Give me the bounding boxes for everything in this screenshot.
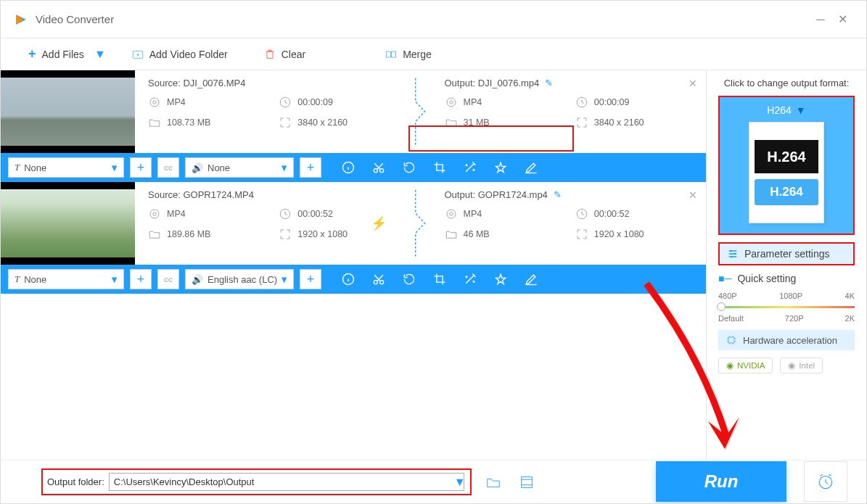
hw-accel-label: Hardware acceleration — [743, 335, 837, 346]
run-button[interactable]: Run — [656, 461, 786, 502]
gpu-row: ◉NVIDIA ◉Intel — [718, 358, 855, 373]
parameter-settings-button[interactable]: Parameter settings — [718, 242, 855, 265]
video-thumbnail[interactable] — [1, 70, 135, 153]
out-resolution: 3840 x 2160 — [575, 116, 693, 129]
add-audio-button[interactable]: + — [300, 157, 321, 178]
parameter-settings-label: Parameter settings — [744, 248, 830, 260]
format-badge-bottom: H.264 — [755, 179, 818, 205]
cc-button[interactable]: cc — [157, 157, 179, 178]
svg-point-3 — [150, 98, 159, 107]
info-button[interactable] — [336, 155, 361, 180]
svg-point-10 — [374, 169, 377, 173]
schedule-button[interactable] — [804, 461, 847, 502]
svg-rect-1 — [386, 51, 390, 57]
effect-button[interactable] — [458, 267, 482, 292]
output-info: Output: DJI_0076.mp4✎MP400:00:0931 MB384… — [432, 70, 707, 153]
clear-button[interactable]: Clear — [258, 46, 311, 63]
svg-point-14 — [150, 210, 159, 218]
audio-track-select[interactable]: 🔊None▼ — [185, 157, 294, 178]
film-strip-button[interactable] — [515, 471, 538, 494]
chevron-down-icon: ▼ — [796, 104, 806, 116]
watermark-button[interactable] — [488, 267, 513, 292]
svg-point-12 — [466, 165, 467, 166]
intel-label: Intel — [799, 361, 815, 370]
effect-button[interactable] — [458, 155, 482, 180]
nvidia-badge[interactable]: ◉NVIDIA — [718, 358, 773, 373]
cut-button[interactable] — [366, 267, 391, 292]
merge-button[interactable]: Merge — [379, 46, 437, 63]
add-audio-button[interactable]: + — [300, 269, 321, 289]
svg-point-7 — [449, 101, 453, 104]
src-codec: MP4 — [148, 207, 266, 220]
svg-point-13 — [473, 170, 474, 171]
out-duration: 00:00:52 — [575, 207, 693, 220]
cut-button[interactable] — [366, 155, 391, 180]
bottom-bar: Output folder: ▼ Run — [1, 460, 866, 503]
rotate-button[interactable] — [397, 155, 422, 180]
q-4k: 4K — [845, 292, 855, 300]
q-480p: 480P — [718, 292, 737, 300]
output-folder-input[interactable] — [109, 473, 464, 491]
open-folder-button[interactable] — [482, 471, 505, 494]
add-files-dropdown[interactable]: ▼ — [94, 48, 106, 61]
nvidia-icon: ◉ — [726, 360, 734, 371]
audio-track-select[interactable]: 🔊English aac (LC) (mp4a)▼ — [185, 269, 294, 289]
add-files-button[interactable]: + Add Files — [22, 44, 90, 65]
subtitle-track-select[interactable]: TNone▼ — [8, 157, 124, 178]
src-duration: 00:00:09 — [279, 96, 396, 109]
hw-accel-button[interactable]: Hardware acceleration — [718, 330, 855, 350]
slider-thumb[interactable] — [717, 302, 726, 311]
format-card: H.264 H.264 — [749, 122, 824, 223]
svg-point-26 — [734, 253, 736, 255]
out-codec: MP4 — [445, 96, 562, 109]
subtitle-edit-button[interactable] — [519, 267, 543, 292]
cc-button[interactable]: cc — [157, 269, 179, 289]
chip-icon — [726, 334, 737, 346]
file-item: Source: DJI_0076.MP4MP400:00:09108.73 MB… — [1, 70, 706, 182]
q-2k: 2K — [845, 314, 855, 323]
edit-output-name-button[interactable]: ✎ — [545, 78, 553, 88]
subtitle-edit-button[interactable] — [519, 155, 543, 180]
svg-point-6 — [447, 98, 456, 107]
src-codec: MP4 — [148, 96, 266, 109]
add-subtitle-button[interactable]: + — [130, 269, 152, 289]
svg-point-22 — [380, 281, 384, 284]
quick-setting-header: ■─ Quick setting — [718, 273, 855, 284]
out-size: 31 MB — [445, 116, 562, 129]
watermark-button[interactable] — [488, 155, 513, 180]
run-label: Run — [704, 471, 739, 492]
svg-point-4 — [153, 101, 157, 104]
close-button[interactable]: ✕ — [831, 9, 853, 30]
edit-output-name-button[interactable]: ✎ — [554, 189, 562, 200]
subtitle-track-select[interactable]: TNone▼ — [8, 269, 124, 289]
output-info: Output: GOPR1724.mp4✎MP400:00:5246 MB192… — [432, 182, 707, 265]
add-subtitle-button[interactable]: + — [130, 157, 152, 178]
svg-rect-28 — [728, 337, 734, 343]
output-format-selector[interactable]: H264 ▼ H.264 H.264 — [718, 96, 855, 235]
crop-button[interactable] — [427, 267, 452, 292]
q-1080p: 1080P — [779, 292, 802, 300]
quality-slider[interactable]: 480P1080P4K Default720P2K — [718, 292, 855, 323]
svg-point-18 — [449, 212, 453, 216]
add-folder-button[interactable]: Add Video Folder — [126, 46, 234, 63]
svg-point-17 — [447, 210, 456, 218]
folder-plus-icon — [132, 49, 144, 60]
minimize-button[interactable]: ─ — [810, 9, 831, 30]
app-logo-icon — [14, 12, 28, 27]
source-label: Source: GOPR1724.MP4 — [148, 189, 397, 200]
info-button[interactable] — [336, 267, 361, 292]
chevron-down-icon[interactable]: ▼ — [454, 476, 466, 489]
svg-point-15 — [153, 212, 157, 216]
src-size: 108.73 MB — [148, 116, 266, 129]
remove-item-button[interactable]: ✕ — [689, 78, 697, 89]
crop-button[interactable] — [427, 155, 452, 180]
source-label: Source: DJI_0076.MP4 — [148, 78, 397, 88]
intel-badge[interactable]: ◉Intel — [780, 358, 823, 373]
video-thumbnail[interactable] — [1, 182, 135, 265]
file-item: Source: GOPR1724.MP4MP400:00:52189.86 MB… — [1, 182, 706, 294]
out-resolution: 1920 x 1080 — [575, 228, 693, 241]
arrow-divider — [410, 182, 432, 265]
merge-icon — [385, 49, 397, 60]
remove-item-button[interactable]: ✕ — [689, 189, 697, 201]
rotate-button[interactable] — [397, 267, 422, 292]
